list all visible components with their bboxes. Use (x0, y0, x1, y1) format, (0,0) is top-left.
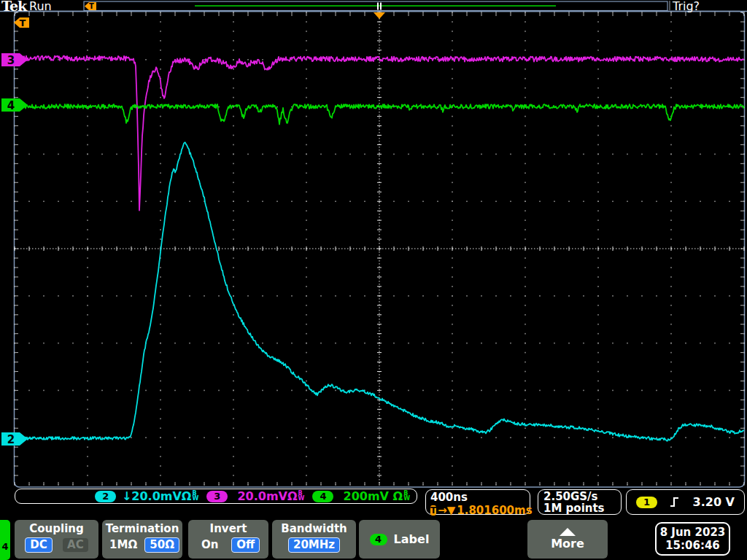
svg-text:T: T (89, 2, 94, 10)
edge-ticks (15, 12, 744, 485)
trigger-source-badge: 1 (636, 497, 657, 508)
channel-readout-bar[interactable]: 2 ↓20.0mVΩ BW 3 20.0mVΩ BW 4 200mV Ω BW (15, 489, 417, 504)
invert-on-option[interactable]: On (197, 538, 222, 552)
ch4-scale: 200mV Ω (344, 489, 403, 503)
coupling-ac-option: AC (63, 538, 88, 552)
ch2-badge: 2 (95, 491, 116, 502)
oscilloscope-screen: T342T Tek Run Trig? 2 ↓20.0mVΩ BW 3 20.0… (0, 0, 747, 560)
ch4-badge: 4 (312, 491, 333, 502)
trigger-status: Trig? (673, 0, 700, 13)
ch3-readout[interactable]: 3 20.0mVΩ BW (206, 489, 304, 503)
trigger-delay-value: 1.801600ms (457, 504, 532, 517)
timebase-readout[interactable]: 400ns T →▼ 1.801600ms (425, 489, 530, 515)
waveform-display: T342T (0, 0, 747, 519)
svg-text:3: 3 (7, 54, 15, 67)
label-button[interactable]: 4 Label (359, 520, 440, 559)
datetime-display: 8 Jun 2023 15:06:46 (655, 522, 730, 556)
ch3-badge: 3 (206, 491, 228, 502)
ch3-scale: 20.0mVΩ (237, 489, 297, 503)
ch4-position-marker[interactable] (1, 98, 28, 112)
acquisition-readout[interactable]: 2.50GS/s 1M points (538, 489, 622, 515)
ch2-readout[interactable]: 2 ↓20.0mVΩ BW (95, 489, 198, 503)
center-axes (15, 12, 744, 485)
record-length: 1M points (543, 502, 621, 514)
timebase-scale: 400ns (430, 491, 530, 504)
trigger-readout[interactable]: 1 3.20 V (626, 489, 745, 515)
coupling-dc-option[interactable]: DC (25, 537, 52, 553)
time-text: 15:06:46 (665, 539, 720, 552)
termination-button[interactable]: Termination 1MΩ 50Ω (102, 520, 182, 559)
trigger-position-marker[interactable] (374, 12, 385, 19)
ch4-bw-limit-icon: BW (403, 491, 410, 501)
ch3-position-marker[interactable] (1, 53, 28, 66)
tek-logo: Tek (1, 0, 26, 14)
ch2-trace (15, 142, 744, 440)
graticule-border (15, 12, 745, 488)
delay-arrows-icon: →▼ (438, 504, 455, 517)
svg-text:T: T (20, 18, 26, 28)
svg-text:2: 2 (7, 433, 15, 446)
more-button[interactable]: More (527, 520, 608, 559)
ch2-bw-limit-icon: BW (192, 491, 198, 501)
preview-trigger-t-icon (85, 2, 96, 10)
bandwidth-button[interactable]: Bandwidth 20MHz (272, 520, 356, 559)
ch4-trace (15, 104, 744, 125)
ch2-position-marker[interactable] (1, 432, 28, 446)
rising-edge-icon (670, 496, 680, 508)
invert-button[interactable]: Invert On Off (188, 520, 268, 559)
trigger-level-marker[interactable] (14, 18, 29, 28)
invert-off-option[interactable]: Off (231, 537, 260, 553)
ch2-scale: ↓20.0mVΩ (122, 489, 192, 503)
acquisition-preview-bar: T (84, 1, 667, 11)
label-channel-badge: 4 (370, 534, 387, 545)
sample-rate: 2.50GS/s (543, 491, 621, 502)
trigger-level-value: 3.20 V (693, 495, 735, 509)
trigger-t-icon: T (430, 505, 436, 516)
date-text: 8 Jun 2023 (660, 526, 726, 539)
acquisition-status: Run (29, 0, 52, 13)
termination-50ohm-option[interactable]: 50Ω (144, 537, 179, 553)
bandwidth-value[interactable]: 20MHz (288, 537, 340, 553)
ch3-trace (15, 56, 744, 211)
menu-channel-tab: 4 (0, 520, 10, 560)
ch3-bw-limit-icon: BW (298, 491, 305, 501)
termination-1mohm-option[interactable]: 1MΩ (105, 538, 142, 552)
ch4-readout[interactable]: 4 200mV Ω BW (312, 489, 410, 503)
coupling-button[interactable]: Coupling DC AC (15, 520, 98, 559)
up-arrow-icon (560, 528, 576, 536)
screen-markers[interactable]: 342T (1, 12, 385, 446)
svg-text:4: 4 (7, 99, 15, 112)
graticule-grid (14, 12, 745, 486)
